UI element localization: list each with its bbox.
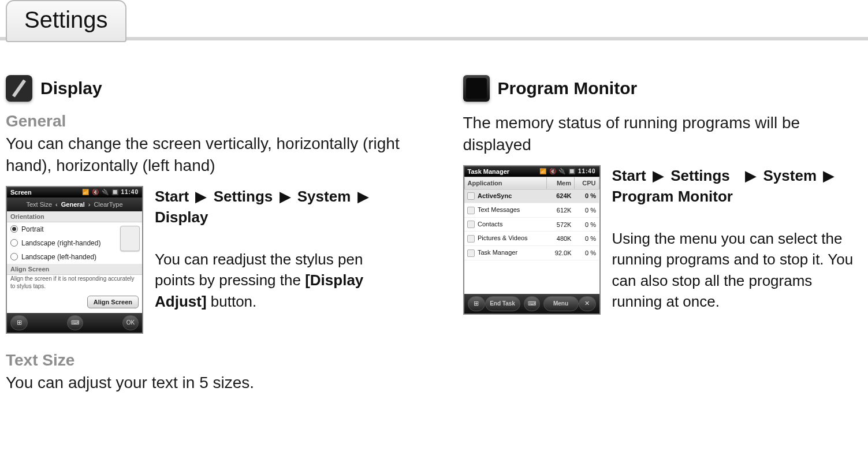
general-subhead: General	[6, 112, 405, 131]
app-icon	[467, 221, 475, 228]
mini-tab-right: ClearType	[94, 201, 122, 208]
table-row: Task Manager92.0K0 %	[464, 245, 599, 260]
radio-portrait: Portrait	[7, 222, 120, 236]
mini-bottombar: ⊞ ⌨ OK	[7, 313, 142, 333]
start-icon: ⊞	[468, 296, 485, 311]
table-row: ActiveSync624K0 %	[464, 189, 599, 203]
keyboard-icon: ⌨	[67, 315, 83, 330]
display-title: Display	[40, 79, 102, 98]
align-note: Align the screen if it is not responding…	[7, 275, 142, 293]
textsize-desc: You can adjust your text in 5 sizes.	[6, 372, 405, 394]
radio-icon	[10, 225, 18, 233]
col-cpu: CPU	[574, 177, 599, 189]
monitor-screenshot: Task Manager 📶 🔇 🔌 🔲 11:40 Application M…	[463, 165, 601, 315]
mini2-title: Task Manager	[468, 168, 510, 175]
ok-button: OK	[122, 315, 139, 330]
menu-button: Menu	[543, 296, 579, 311]
table-row: Text Messages612K0 %	[464, 203, 599, 218]
monitor-intro: The memory status of running programs wi…	[463, 112, 863, 156]
monitor-icon	[463, 75, 490, 102]
monitor-detail-text: Start ▶ Settings ▶ System ▶ Program Moni…	[612, 165, 863, 315]
close-icon: ✕	[579, 296, 596, 311]
mini-tabs: Text Size ‹ General › ClearType	[7, 197, 142, 211]
display-detail-text: Start ▶ Settings ▶ System ▶ Display You …	[155, 186, 405, 334]
app-icon	[467, 207, 475, 214]
mini2-bottombar: ⊞ End Task ⌨ Menu ✕	[464, 294, 599, 314]
app-icon	[467, 192, 475, 200]
orientation-thumb	[120, 226, 140, 251]
task-table: Application Mem CPU ActiveSync624K0 %Tex…	[464, 177, 599, 260]
mini-status: 📶 🔇 🔌 🔲 11:40	[82, 189, 139, 195]
textsize-subhead: Text Size	[6, 351, 405, 370]
keyboard-icon: ⌨	[524, 296, 540, 311]
orientation-group: Orientation	[7, 211, 142, 222]
table-row: Pictures & Videos480K0 %	[464, 232, 599, 246]
display-icon	[6, 75, 32, 102]
col-app: Application	[464, 177, 546, 189]
endtask-button: End Task	[485, 296, 520, 311]
start-icon: ⊞	[10, 315, 28, 330]
display-section: Display General You can change the scree…	[6, 75, 405, 402]
chevron-left-icon: ‹	[55, 201, 58, 208]
app-icon	[467, 249, 475, 257]
app-icon	[467, 235, 475, 243]
chevron-right-icon: ›	[88, 201, 91, 208]
radio-icon	[10, 239, 18, 247]
display-screenshot: Screen 📶 🔇 🔌 🔲 11:40 Text Size ‹ General…	[6, 186, 143, 334]
monitor-title: Program Monitor	[498, 79, 638, 98]
align-group: Align Screen	[7, 264, 142, 275]
header-tab: Settings	[6, 0, 126, 42]
mini-tab-left: Text Size	[26, 201, 52, 208]
mini-title: Screen	[10, 189, 32, 196]
radio-icon	[10, 253, 18, 260]
general-desc: You can change the screen vertically, ho…	[6, 133, 405, 177]
monitor-section: Program Monitor The memory status of run…	[463, 75, 863, 402]
radio-landscape-right: Landscape (right-handed)	[7, 236, 120, 250]
mini2-status: 📶 🔇 🔌 🔲 11:40	[539, 168, 596, 174]
page-header: Settings	[0, 0, 868, 40]
radio-landscape-left: Landscape (left-handed)	[7, 250, 120, 264]
table-row: Contacts572K0 %	[464, 217, 599, 232]
col-mem: Mem	[546, 177, 574, 189]
align-screen-button: Align Screen	[87, 296, 139, 308]
mini-tab-center: General	[61, 201, 85, 208]
